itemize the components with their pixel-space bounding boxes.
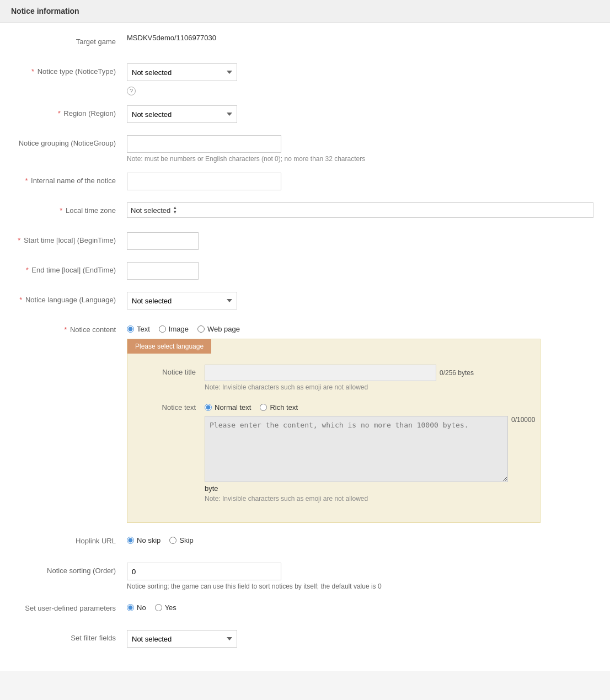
user-defined-label: Set user-defined parameters (17, 600, 127, 613)
end-time-content (127, 262, 593, 280)
notice-sorting-note: Notice sorting; the game can use this fi… (127, 583, 593, 590)
notice-content-image-label: Image (169, 325, 189, 333)
internal-name-content (127, 173, 593, 190)
start-time-content (127, 232, 593, 250)
notice-title-content: 0/256 bytes Note: Invisible characters s… (205, 365, 529, 391)
notice-content-text-option[interactable]: Text (127, 325, 150, 333)
no-skip-radio[interactable] (127, 537, 134, 544)
notice-sorting-label: Notice sorting (Order) (17, 563, 127, 576)
skip-option[interactable]: Skip (169, 536, 193, 544)
local-timezone-row: * Local time zone Not selected ▲ ▼ (17, 202, 593, 222)
notice-title-input-row: 0/256 bytes (205, 365, 529, 381)
normal-text-label: Normal text (215, 403, 251, 412)
region-row: * Region (Region) Not selected (17, 105, 593, 125)
filter-fields-label: Set filter fields (17, 630, 127, 643)
notice-text-byte-count: 0/10000 (511, 416, 535, 424)
filter-fields-select[interactable]: Not selected (127, 630, 237, 648)
local-timezone-content: Not selected ▲ ▼ (127, 202, 593, 218)
user-defined-content: No Yes (127, 600, 593, 612)
notice-type-label: * Notice type (NoticeType) (17, 63, 127, 77)
user-defined-radio-group: No Yes (127, 600, 593, 612)
page-title: Notice information (11, 7, 79, 15)
notice-content-radio-group: Text Image Web page (127, 322, 593, 333)
required-marker: * (25, 177, 28, 185)
filter-fields-content: Not selected (127, 630, 593, 648)
notice-title-input[interactable] (205, 365, 436, 381)
page-header: Notice information (0, 0, 610, 23)
textarea-wrapper: 0/10000 (205, 416, 535, 482)
required-marker: * (19, 296, 22, 304)
hoplink-radio-group: No skip Skip (127, 533, 593, 544)
notice-language-select[interactable]: Not selected (127, 292, 237, 309)
target-game-content: MSDKV5demo/1106977030 (127, 34, 593, 42)
start-time-row: * Start time [local] (BeginTime) (17, 232, 593, 252)
user-defined-no-radio[interactable] (127, 604, 134, 611)
internal-name-label: * Internal name of the notice (17, 173, 127, 186)
notice-content-webpage-radio[interactable] (197, 325, 205, 333)
notice-sorting-row: Notice sorting (Order) Notice sorting; t… (17, 563, 593, 590)
notice-content-content: Text Image Web page Please select langua… (127, 322, 593, 523)
notice-content-text-radio[interactable] (127, 325, 134, 333)
required-marker: * (60, 206, 62, 215)
notice-text-label: Notice text (138, 400, 205, 412)
region-content: Not selected (127, 105, 593, 123)
notice-type-row: * Notice type (NoticeType) Not selected … (17, 63, 593, 95)
required-marker: * (31, 67, 34, 76)
notice-title-label: Notice title (138, 365, 205, 376)
timezone-spinner[interactable]: Not selected ▲ ▼ (127, 202, 593, 218)
no-skip-option[interactable]: No skip (127, 536, 160, 544)
notice-grouping-input[interactable] (127, 135, 281, 153)
user-defined-no-label: No (137, 603, 146, 612)
rich-text-label: Rich text (270, 403, 298, 412)
required-marker: * (26, 266, 29, 274)
user-defined-row: Set user-defined parameters No Yes (17, 600, 593, 620)
spinner-arrows[interactable]: ▲ ▼ (173, 206, 177, 215)
internal-name-input[interactable] (127, 173, 281, 190)
start-time-input[interactable] (127, 232, 199, 250)
hoplink-url-content: No skip Skip (127, 533, 593, 544)
notice-content-label: * Notice content (17, 322, 127, 335)
notice-grouping-row: Notice grouping (NoticeGroup) Note: must… (17, 135, 593, 163)
user-defined-yes-radio[interactable] (155, 604, 162, 611)
user-defined-yes-label: Yes (165, 603, 176, 612)
notice-text-row: Notice text Normal text Rich text (138, 400, 529, 503)
notice-title-row: Notice title 0/256 bytes Note: Invisible… (138, 365, 529, 391)
notice-language-content: Not selected (127, 292, 593, 309)
user-defined-yes-option[interactable]: Yes (155, 603, 176, 612)
hoplink-url-label: Hoplink URL (17, 533, 127, 546)
notice-text-content: Normal text Rich text 0/10000 (205, 400, 535, 503)
notice-content-image-radio[interactable] (159, 325, 166, 333)
notice-sorting-input[interactable] (127, 563, 281, 580)
timezone-value: Not selected (131, 206, 170, 215)
local-timezone-label: * Local time zone (17, 202, 127, 216)
notice-content-webpage-option[interactable]: Web page (197, 325, 240, 333)
notice-title-note: Note: Invisible characters such as emoji… (205, 383, 529, 391)
notice-text-textarea[interactable] (205, 416, 508, 482)
content-area: Please select language Notice title 0/25… (127, 339, 541, 523)
help-icon[interactable]: ? (127, 87, 136, 95)
notice-grouping-content: Note: must be numbers or English charact… (127, 135, 593, 163)
skip-radio[interactable] (169, 537, 176, 544)
filter-fields-row: Set filter fields Not selected (17, 630, 593, 650)
normal-text-option[interactable]: Normal text (205, 403, 251, 412)
notice-language-row: * Notice language (Language) Not selecte… (17, 292, 593, 312)
spinner-down-icon[interactable]: ▼ (173, 210, 177, 215)
user-defined-no-option[interactable]: No (127, 603, 146, 612)
target-game-label: Target game (17, 34, 127, 47)
byte-label: byte (205, 484, 535, 493)
notice-content-webpage-label: Web page (207, 325, 240, 333)
notice-sorting-content: Notice sorting; the game can use this fi… (127, 563, 593, 590)
required-marker: * (64, 325, 67, 334)
notice-type-select[interactable]: Not selected (127, 63, 237, 81)
notice-language-label: * Notice language (Language) (17, 292, 127, 305)
end-time-input[interactable] (127, 262, 199, 280)
target-game-value: MSDKV5demo/1106977030 (127, 34, 593, 42)
start-time-label: * Start time [local] (BeginTime) (17, 232, 127, 245)
normal-text-radio[interactable] (205, 404, 212, 411)
notice-content-image-option[interactable]: Image (159, 325, 189, 333)
region-label: * Region (Region) (17, 105, 127, 119)
region-select[interactable]: Not selected (127, 105, 237, 123)
rich-text-option[interactable]: Rich text (260, 403, 298, 412)
required-marker: * (58, 109, 61, 117)
rich-text-radio[interactable] (260, 404, 267, 411)
